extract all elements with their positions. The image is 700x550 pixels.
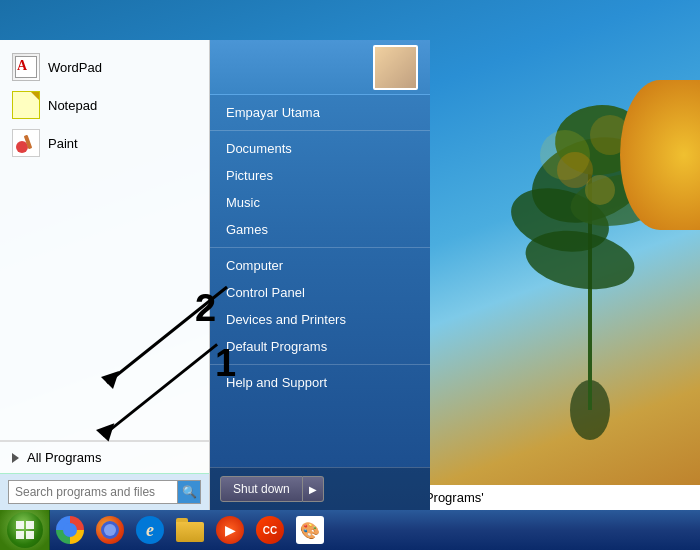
program-item-notepad[interactable]: Notepad [0,86,209,124]
taskbar-media[interactable]: ▶ [212,512,248,548]
paint-icon [12,129,40,157]
svg-rect-18 [26,521,34,529]
media-icon: ▶ [216,516,244,544]
svg-rect-19 [16,531,24,539]
menu-item-computer[interactable]: Computer [210,252,430,279]
start-button[interactable] [0,510,50,550]
all-programs-button[interactable]: All Programs [0,441,209,473]
menu-item-control-panel[interactable]: Control Panel [210,279,430,306]
chrome-icon [56,516,84,544]
taskbar-ie[interactable]: e [132,512,168,548]
wordpad-label: WordPad [48,60,102,75]
svg-point-10 [585,175,615,205]
taskbar: e ▶ CC 🎨 [0,510,700,550]
start-menu-left-panel: A WordPad Notepad Paint [0,40,210,510]
menu-item-games[interactable]: Games [210,216,430,243]
wordpad-icon: A [12,53,40,81]
separator-3 [210,364,430,365]
menu-item-help[interactable]: Help and Support [210,369,430,396]
taskbar-chrome[interactable] [52,512,88,548]
start-menu-right-panel: Empayar Utama Documents Pictures Music G… [210,40,430,510]
taskbar-folder[interactable] [172,512,208,548]
firefox-icon [96,516,124,544]
menu-item-empayar[interactable]: Empayar Utama [210,99,430,126]
menu-item-default-programs[interactable]: Default Programs [210,333,430,360]
menu-item-documents[interactable]: Documents [210,135,430,162]
search-input[interactable] [8,480,177,504]
annotation-number-2: 2 [195,287,216,330]
start-menu: A WordPad Notepad Paint [0,40,430,510]
taskbar-firefox[interactable] [92,512,128,548]
annotation-number-1: 1 [215,342,236,385]
menu-item-pictures[interactable]: Pictures [210,162,430,189]
ie-icon: e [136,516,164,544]
ccleaner-icon: CC [256,516,284,544]
paint-taskbar-icon: 🎨 [296,516,324,544]
search-button[interactable]: 🔍 [177,480,201,504]
menu-item-devices[interactable]: Devices and Printers [210,306,430,333]
menu-item-music[interactable]: Music [210,189,430,216]
taskbar-paint[interactable]: 🎨 [292,512,328,548]
notepad-label: Notepad [48,98,97,113]
taskbar-ccleaner[interactable]: CC [252,512,288,548]
avatar [373,45,418,90]
windows-logo-icon [15,520,35,540]
program-item-wordpad[interactable]: A WordPad [0,48,209,86]
search-area: 🔍 [0,473,209,510]
shutdown-button[interactable]: Shut down [220,476,303,502]
svg-rect-17 [16,521,24,529]
gold-decoration [620,80,700,230]
user-section [210,40,430,95]
program-item-paint[interactable]: Paint [0,124,209,162]
right-menu-list: Empayar Utama Documents Pictures Music G… [210,95,430,467]
separator-2 [210,247,430,248]
all-programs-label: All Programs [27,450,101,465]
all-programs-arrow-icon [12,453,19,463]
svg-rect-20 [26,531,34,539]
pinned-programs-list: A WordPad Notepad Paint [0,40,209,441]
windows-orb [7,512,43,548]
folder-icon [176,518,204,542]
notepad-icon [12,91,40,119]
separator [210,130,430,131]
shutdown-arrow-button[interactable]: ▶ [303,476,324,502]
shutdown-area: Shut down ▶ [210,467,430,510]
paint-label: Paint [48,136,78,151]
